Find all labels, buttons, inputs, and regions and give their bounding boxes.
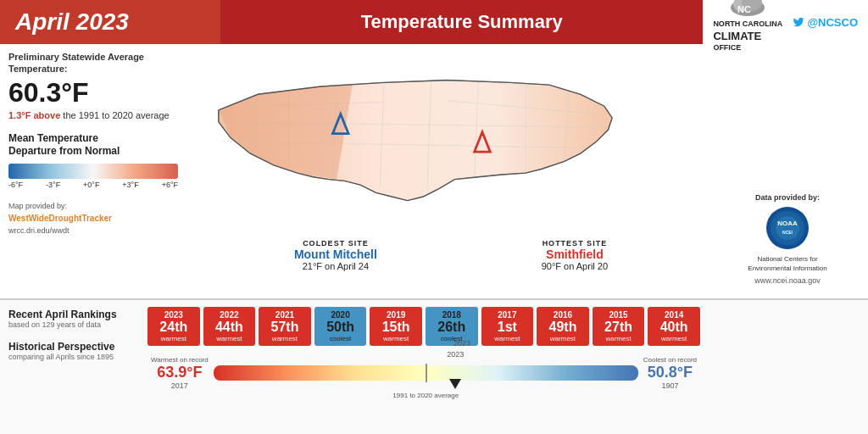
rankings-label-group: Recent April Rankings based on 129 years… [8, 309, 136, 329]
rank-year-2019: 2019 [371, 310, 420, 320]
svg-text:NOAA: NOAA [777, 220, 798, 227]
svg-text:NC: NC [737, 4, 751, 14]
rank-number-2022: 44th [215, 320, 243, 334]
hottest-site-label: HOTTEST SITE [542, 239, 608, 248]
legend-label-2: +0°F [83, 181, 99, 189]
rank-cell-2016: 2016 49th warmest [537, 307, 589, 346]
rank-year-2017: 2017 [483, 310, 532, 320]
coolest-record-year: 1907 [643, 381, 697, 390]
rank-type-2020: coolest [316, 335, 365, 342]
rank-year-2022: 2022 [205, 310, 254, 320]
rank-type-2022: warmest [205, 335, 254, 342]
warmest-record-temp: 63.9°F [151, 364, 209, 381]
noaa-emblem: NOAA NCEI [770, 210, 805, 246]
rank-cell-2020: 2020 50th coolest [314, 307, 367, 346]
historical-bar-row: Warmest on record 63.9°F 2017 2023 199 [151, 356, 697, 390]
marker-2023-label: 2023 [447, 350, 464, 359]
rankings-row: 2023 24th warmest 2022 44th warmest 2021… [147, 307, 700, 346]
ncei-url: www.ncei.noaa.gov [754, 276, 821, 285]
twitter-icon [793, 16, 804, 28]
avg-temp-note: 1.3°F above the 1991 to 2020 average [8, 110, 186, 120]
marker-2023-triangle [449, 379, 461, 389]
avg-line-label: 1991 to 2020 average [392, 392, 459, 399]
rank-cell-2023: 2023 24th warmest [147, 307, 200, 346]
rank-cell-2017: 2017 1st warmest [481, 307, 534, 346]
avg-temp-label: Preliminary Statewide Average Temperatur… [8, 51, 186, 75]
year-2023-label: 2023 [453, 339, 470, 348]
bottom-right-spacer [707, 300, 868, 434]
warmest-record-left: Warmest on record 63.9°F 2017 [151, 356, 209, 390]
header-left: April 2023 [0, 0, 220, 44]
rank-year-2015: 2015 [594, 310, 643, 320]
page-title: Temperature Summary [361, 11, 563, 33]
rank-year-2021: 2021 [260, 310, 309, 320]
legend-label-4: +6°F [162, 181, 178, 189]
rank-number-2018: 26th [437, 320, 465, 334]
legend-labels: -6°F -3°F +0°F +3°F +6°F [8, 181, 178, 189]
rank-year-2014: 2014 [649, 310, 698, 320]
rankings-area: 2023 24th warmest 2022 44th warmest 2021… [144, 300, 707, 434]
map-credit-link: WestWideDroughtTracker [8, 214, 112, 223]
rank-number-2016: 49th [549, 320, 577, 334]
historical-section-sublabel: comparing all Aprils since 1895 [8, 353, 136, 361]
legend-color-bar [8, 164, 178, 179]
rank-year-2018: 2018 [427, 310, 476, 320]
legend-label-0: -6°F [8, 181, 23, 189]
ncei-name: National Centers forEnvironmental Inform… [748, 254, 826, 273]
map-credit-label: Map provided by: [8, 202, 67, 210]
rank-type-2014: warmest [649, 335, 698, 342]
map-credit: Map provided by: WestWideDroughtTracker … [8, 201, 186, 237]
data-credit-label: Data provided by: [755, 193, 820, 202]
noaa-logo: NOAA NCEI [766, 207, 809, 249]
coldest-site-name: Mount Mitchell [294, 248, 377, 261]
rank-cell-2014: 2014 40th warmest [648, 307, 700, 346]
hottest-site-box: HOTTEST SITE Smithfield 90°F on April 20 [542, 239, 608, 271]
rank-cell-2022: 2022 44th warmest [203, 307, 256, 346]
rankings-section-sublabel: based on 129 years of data [8, 320, 136, 329]
rank-number-2021: 57th [271, 320, 299, 334]
above-normal-text: 1.3°F above [8, 110, 60, 120]
twitter-handle: @NCSCO [793, 16, 858, 29]
rank-number-2023: 24th [159, 320, 187, 334]
avg-temp-value: 60.3°F [8, 77, 186, 108]
legend-label-3: +3°F [122, 181, 138, 189]
rank-type-2016: warmest [538, 335, 587, 342]
coldest-site-label: COLDEST SITE [294, 239, 377, 248]
map-credit-url: wrcc.dri.edu/wwdt [8, 226, 70, 235]
rank-cell-2021: 2021 57th warmest [259, 307, 311, 346]
rank-cell-2015: 2015 27th warmest [593, 307, 645, 346]
rank-number-2014: 40th [660, 320, 688, 334]
normal-period-text: the 1991 to 2020 average [60, 110, 169, 120]
bottom-left-labels: Recent April Rankings based on 129 years… [0, 300, 144, 434]
gradient-bar-container: 2023 1991 to 2020 average [214, 365, 638, 381]
rank-cell-2019: 2019 15th warmest [370, 307, 422, 346]
rank-type-2021: warmest [260, 335, 309, 342]
hottest-site-detail: 90°F on April 20 [542, 261, 608, 271]
rankings-section-label: Recent April Rankings [8, 309, 136, 320]
rank-number-2017: 1st [498, 320, 517, 334]
nc-state-map [195, 53, 636, 231]
coolest-record-label: Coolest on record [643, 356, 697, 364]
header-right: NC NORTH CAROLINA CLIMATEOFFICE @NCSCO [703, 0, 868, 44]
header-center: Temperature Summary [220, 0, 703, 44]
historical-label-group: Historical Perspective comparing all Apr… [8, 341, 136, 361]
nc-cloud-icon: NC [726, 0, 769, 18]
coolest-record-right: Coolest on record 50.8°F 1907 [643, 356, 697, 390]
historical-bar-wrapper: 2023 Warmest on record 63.9°F 2017 2023 [151, 356, 697, 390]
warmest-record-label: Warmest on record [151, 356, 209, 364]
coolest-record-temp: 50.8°F [643, 364, 697, 381]
rank-year-2020: 2020 [316, 310, 365, 320]
coldest-site-detail: 21°F on April 24 [294, 261, 377, 271]
historical-section-label: Historical Perspective [8, 341, 136, 353]
warmest-record-year: 2017 [151, 381, 209, 390]
legend-title: Mean TemperatureDeparture from Normal [8, 132, 186, 159]
rank-type-2015: warmest [594, 335, 643, 342]
legend-section: Mean TemperatureDeparture from Normal -6… [8, 132, 186, 189]
header: April 2023 Temperature Summary NC NORTH … [0, 0, 868, 44]
rank-number-2015: 27th [604, 320, 632, 334]
svg-text:NCEI: NCEI [782, 230, 793, 235]
sites-row: COLDEST SITE Mount Mitchell 21°F on Apri… [195, 239, 707, 271]
bottom-section: Recent April Rankings based on 129 years… [0, 298, 868, 434]
historical-bar-section: 2023 Warmest on record 63.9°F 2017 2023 [147, 356, 700, 390]
legend-label-1: -3°F [46, 181, 60, 189]
